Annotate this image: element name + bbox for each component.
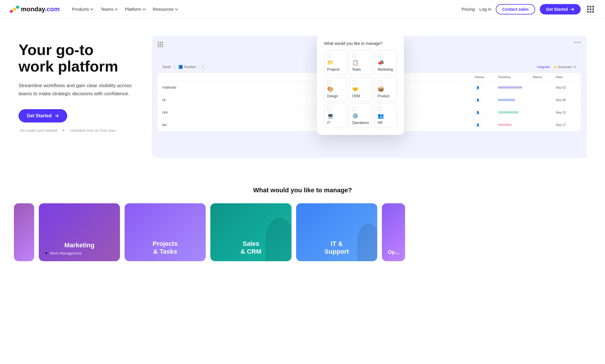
more-options-icon[interactable] [574, 42, 581, 43]
checkbox[interactable] [327, 80, 331, 84]
work-management-icon: ✦ [45, 251, 48, 255]
chevron-down-icon [114, 8, 118, 11]
it-icon: 💻 [327, 113, 334, 119]
checkbox[interactable] [378, 54, 382, 58]
modal-question: What would you like to manage? [324, 41, 397, 46]
card-projects-tasks[interactable]: Projects& Tasks [125, 203, 206, 261]
login-link[interactable]: Log in [480, 7, 491, 12]
product-icon: 📦 [378, 86, 384, 92]
get-started-button-hero[interactable]: Get Started [19, 109, 67, 122]
integrate-button[interactable]: Integrate [537, 65, 550, 69]
card-partial-right[interactable]: Op... [382, 203, 405, 261]
chevron-down-icon [175, 8, 178, 11]
card-marketing[interactable]: Marketing ✦ Work Management [39, 203, 120, 261]
automate-button[interactable]: ⚡ Automate / 2 [553, 65, 576, 69]
manage-title: What would you like to manage? [12, 186, 593, 194]
add-view-button[interactable]: + [199, 64, 206, 69]
timeline-bar [498, 99, 515, 101]
checkbox[interactable] [327, 107, 331, 111]
tasks-icon: 📋 [352, 59, 358, 66]
modal-item-product[interactable]: 📦 Product [374, 77, 397, 101]
hr-icon: 👥 [378, 113, 384, 119]
timeline-bar [498, 86, 522, 89]
modal-item-projects[interactable]: 📁 Projects [324, 50, 347, 75]
hero-description: Streamline workflows and gain clear visi… [19, 82, 134, 97]
checkbox[interactable] [327, 54, 331, 58]
arrow-right-icon [570, 7, 574, 11]
contact-sales-button[interactable]: Contact sales [496, 4, 535, 14]
chevron-down-icon [90, 8, 94, 11]
get-started-button-nav[interactable]: Get Started [540, 4, 581, 14]
dashboard-grid-icon [158, 42, 163, 47]
operations-icon: ⚙️ [352, 113, 358, 119]
modal-item-it[interactable]: 💻 IT [324, 104, 347, 128]
dashboard-mockup: Team planning Gantt | 🟦 Kanban + Integra… [152, 36, 586, 158]
modal-item-tasks[interactable]: 📋 Tasks [349, 50, 372, 75]
checkbox[interactable] [352, 107, 356, 111]
marketing-icon: 📣 [378, 59, 384, 66]
logo-icon [9, 4, 20, 14]
avatar: 👤 [475, 84, 481, 91]
modal-grid: 📁 Projects 📋 Tasks 📣 Marketing [324, 50, 397, 128]
hero-note: No credit card needed ✦ Unlimited time o… [19, 128, 158, 133]
avatar: 👤 [475, 109, 481, 116]
navbar: monday.com Products Teams Platform Resou… [0, 0, 605, 19]
manage-section: What would you like to manage? Marketing… [0, 169, 605, 267]
nav-platform[interactable]: Platform [122, 4, 149, 14]
card-it-support[interactable]: IT &Support [296, 203, 377, 261]
checkbox[interactable] [352, 54, 356, 58]
apps-grid-icon[interactable] [585, 4, 596, 14]
modal-item-operations[interactable]: ⚙️ Operations [349, 104, 372, 128]
avatar: 👤 [475, 122, 481, 128]
hero-right: Team planning Gantt | 🟦 Kanban + Integra… [152, 36, 586, 158]
pricing-link[interactable]: Pricing [462, 7, 475, 12]
svg-point-0 [10, 10, 13, 13]
logo[interactable]: monday.com [9, 4, 60, 14]
logo-text: monday.com [21, 6, 60, 13]
gantt-tab[interactable]: Gantt [162, 65, 171, 69]
crm-icon: 🤝 [352, 86, 358, 92]
kanban-tab[interactable]: 🟦 Kanban [178, 65, 196, 69]
nav-teams[interactable]: Teams [98, 4, 121, 14]
navbar-right: Pricing Log in Contact sales Get Started [462, 4, 596, 14]
hero-title: Your go-to work platform [19, 42, 158, 75]
card-partial-left[interactable] [14, 203, 34, 261]
arrow-right-icon [54, 114, 59, 118]
hero-left: Your go-to work platform Streamline work… [19, 36, 158, 133]
card-sales-crm[interactable]: Sales& CRM [210, 203, 291, 261]
hero-section: Your go-to work platform Streamline work… [0, 19, 605, 169]
projects-icon: 📁 [327, 59, 334, 66]
modal-item-crm[interactable]: 🤝 CRM [349, 77, 372, 101]
timeline-bar [498, 111, 519, 114]
modal-item-hr[interactable]: 👥 HR [374, 104, 397, 128]
timeline-bar [498, 124, 512, 126]
manage-modal: What would you like to manage? 📁 Project… [317, 36, 404, 135]
svg-point-2 [16, 6, 19, 9]
navbar-left: monday.com Products Teams Platform Resou… [9, 4, 181, 14]
checkbox[interactable] [378, 107, 382, 111]
design-icon: 🎨 [327, 86, 334, 92]
nav-items: Products Teams Platform Resources [69, 4, 181, 14]
nav-resources[interactable]: Resources [150, 4, 181, 14]
nav-products[interactable]: Products [69, 4, 96, 14]
chevron-down-icon [142, 8, 146, 11]
modal-item-marketing[interactable]: 📣 Marketing [374, 50, 397, 75]
svg-point-1 [13, 8, 16, 11]
checkbox[interactable] [352, 80, 356, 84]
cards-row: Marketing ✦ Work Management Projects& Ta… [12, 203, 593, 261]
modal-item-design[interactable]: 🎨 Design [324, 77, 347, 101]
avatar: 👤 [475, 97, 481, 103]
checkbox[interactable] [378, 80, 382, 84]
